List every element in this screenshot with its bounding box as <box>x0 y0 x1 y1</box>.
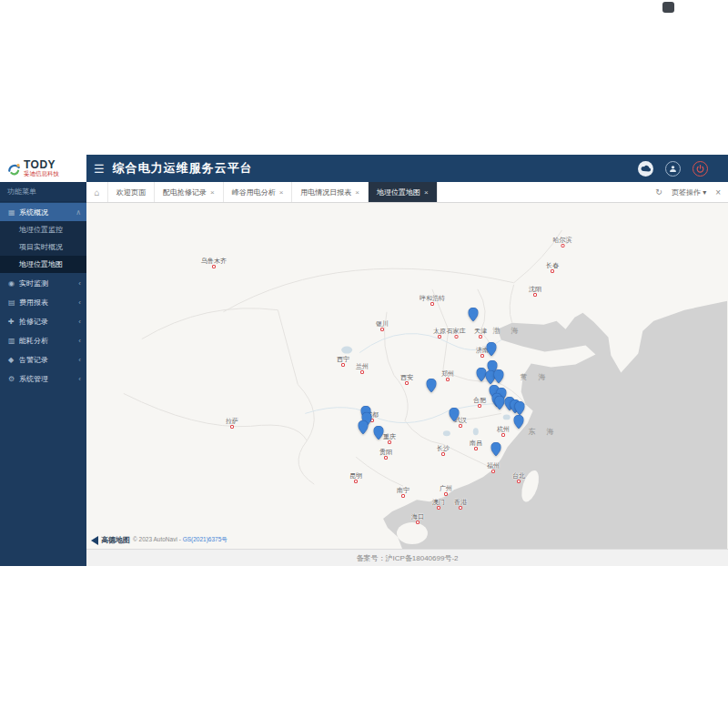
city-label: 长春 <box>546 262 559 273</box>
screenshot-artifact <box>662 2 674 13</box>
capital-dot-icon <box>480 354 484 358</box>
tab-close-icon[interactable]: × <box>424 188 429 197</box>
city-name: 南昌 <box>470 440 482 446</box>
capital-dot-icon <box>212 265 216 268</box>
capital-dot-icon <box>430 302 434 306</box>
city-label: 澳门 <box>432 499 445 510</box>
city-name: 香港 <box>454 499 467 505</box>
top-navbar: TODY 妥迪信息科技 ☰ 综合电力运维服务云平台 <box>0 155 728 182</box>
chevron-left-icon: ‹ <box>78 279 81 288</box>
power-icon[interactable] <box>693 161 708 177</box>
map-pin-icon[interactable] <box>427 379 437 392</box>
map-license-link[interactable]: GS(2021)6375号 <box>183 536 228 542</box>
amap-logo-icon <box>91 536 98 545</box>
city-label: 天津 <box>474 328 487 339</box>
city-label: 杭州 <box>497 426 510 437</box>
tab-item[interactable]: 用电情况日报表× <box>292 182 369 202</box>
tab-bar: ⌂ 欢迎页面配电抢修记录×峰谷用电分析×用电情况日报表×地理位置地图× ↻ 页签… <box>86 182 728 203</box>
refresh-icon[interactable]: ↻ <box>655 187 662 197</box>
home-tab-icon[interactable]: ⌂ <box>86 182 108 202</box>
sidebar-subitem[interactable]: 地理位置监控 <box>0 221 86 238</box>
tab-label: 峰谷用电分析 <box>232 187 276 197</box>
sidebar-subitem[interactable]: 项目实时概况 <box>0 238 86 256</box>
city-name: 海口 <box>411 513 424 520</box>
map-pin-icon[interactable] <box>359 420 369 434</box>
sidebar-group-tools-icon[interactable]: ✚抢修记录‹ <box>0 312 86 330</box>
city-label: 乌鲁木齐 <box>201 258 227 268</box>
map-pin-icon[interactable] <box>374 426 384 440</box>
tab-actions-dropdown[interactable]: 页签操作 ▾ <box>672 187 706 197</box>
sidebar-group-gear-icon[interactable]: ⚙系统管理‹ <box>0 369 86 388</box>
map-attribution: 高德地图 © 2023 AutoNavi - GS(2021)6375号 <box>91 535 228 545</box>
sidebar: 功能菜单 ▦系统概况∧地理位置监控项目实时概况地理位置地图◉实时监测‹▤费用报表… <box>0 182 86 566</box>
tab-label: 欢迎页面 <box>116 187 146 197</box>
icp-record-text: 备案号：沪ICP备18040699号-2 <box>356 553 458 563</box>
alarm-icon: ◆ <box>8 356 19 364</box>
amap-logo-text[interactable]: 高德地图 <box>101 535 130 545</box>
sidebar-group-chart-icon[interactable]: ▥能耗分析‹ <box>0 331 86 349</box>
tab-item[interactable]: 欢迎页面 <box>108 182 155 202</box>
close-all-tabs-icon[interactable]: × <box>715 187 721 197</box>
city-name: 广州 <box>440 485 452 491</box>
map-pin-icon[interactable] <box>487 342 497 356</box>
city-label: 昆明 <box>349 472 362 483</box>
city-name: 贵阳 <box>379 449 392 455</box>
map-pin-icon[interactable] <box>514 415 524 429</box>
map-canvas[interactable]: 渤 海黄 海东 海 乌鲁木齐拉萨西宁兰州银川呼和浩特哈尔滨长春沈阳太原石家庄天津… <box>86 203 728 549</box>
sidebar-group-label: 能耗分析 <box>19 336 78 346</box>
sidebar-group-label: 系统管理 <box>19 374 78 384</box>
sidebar-subitem[interactable]: 地理位置地图 <box>0 256 86 273</box>
city-name: 呼和浩特 <box>420 295 445 301</box>
city-label: 银川 <box>376 320 389 331</box>
city-name: 银川 <box>376 320 389 327</box>
city-label: 太原 <box>433 328 446 339</box>
capital-dot-icon <box>441 452 445 456</box>
tab-item[interactable]: 配电抢修记录× <box>155 182 224 202</box>
capital-dot-icon <box>401 494 405 498</box>
city-label: 西宁 <box>337 356 349 367</box>
city-label: 呼和浩特 <box>420 295 445 306</box>
city-name: 长春 <box>546 262 559 268</box>
city-name: 西宁 <box>337 356 349 362</box>
capital-dot-icon <box>444 492 448 496</box>
map-pin-icon[interactable] <box>450 408 460 421</box>
city-name: 拉萨 <box>226 418 238 424</box>
sidebar-group-alarm-icon[interactable]: ◆告警记录‹ <box>0 350 86 369</box>
user-icon[interactable] <box>665 161 681 177</box>
tab-item[interactable]: 峰谷用电分析× <box>224 182 293 202</box>
city-label: 石家庄 <box>447 328 466 339</box>
gear-icon: ⚙ <box>8 375 19 383</box>
city-label: 南昌 <box>470 440 482 450</box>
chevron-left-icon: ‹ <box>78 318 81 326</box>
capital-dot-icon <box>388 440 391 444</box>
sea-label: 渤 海 <box>492 326 522 336</box>
capital-dot-icon <box>416 521 420 524</box>
tab-close-icon[interactable]: × <box>355 188 359 197</box>
logo-brand: TODY <box>24 159 59 170</box>
sidebar-group-document-icon[interactable]: ▤费用报表‹ <box>0 293 86 311</box>
map-pin-icon[interactable] <box>495 396 505 410</box>
tab-close-icon[interactable]: × <box>210 188 215 197</box>
hamburger-menu-icon[interactable]: ☰ <box>94 162 105 176</box>
capital-dot-icon <box>533 293 537 297</box>
tab-list: 欢迎页面配电抢修记录×峰谷用电分析×用电情况日报表×地理位置地图× <box>108 182 438 202</box>
capital-dot-icon <box>230 425 234 429</box>
sidebar-subpanel: 地理位置监控项目实时概况地理位置地图 <box>0 221 86 273</box>
chevron-down-icon: ▾ <box>703 188 706 197</box>
tab-close-icon[interactable]: × <box>279 188 284 197</box>
cloud-icon[interactable] <box>638 161 653 177</box>
chevron-left-icon: ‹ <box>78 356 81 364</box>
sidebar-group-grid-icon[interactable]: ▦系统概况∧ <box>0 203 86 221</box>
sidebar-group-monitor-icon[interactable]: ◉实时监测‹ <box>0 274 86 292</box>
map-pin-icon[interactable] <box>469 308 479 321</box>
sidebar-group-label: 系统概况 <box>19 207 76 217</box>
map-pin-icon[interactable] <box>515 401 525 415</box>
tab-label: 地理位置地图 <box>377 187 420 197</box>
capital-dot-icon <box>438 335 441 339</box>
map-pin-icon[interactable] <box>491 442 501 456</box>
tab-active[interactable]: 地理位置地图× <box>369 182 438 202</box>
tab-label: 用电情况日报表 <box>300 187 351 197</box>
capital-dot-icon <box>517 480 521 483</box>
chart-icon: ▥ <box>8 337 19 345</box>
map-pin-icon[interactable] <box>494 369 504 383</box>
